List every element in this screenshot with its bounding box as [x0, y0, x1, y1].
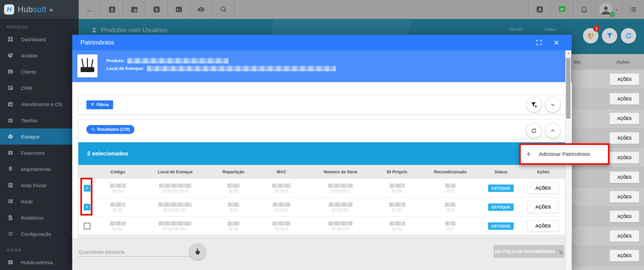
row-actions-button[interactable]: AÇÕES	[610, 230, 639, 242]
use-patrimonios-button[interactable]: (0) UTILIZAR PATRIMÔNIOS ↘	[493, 245, 564, 258]
pie-chart-icon	[7, 52, 14, 58]
sidebar-item-estoque[interactable]: Estoque	[0, 128, 79, 145]
logo-bar: H Hubsoft «	[0, 0, 79, 19]
refresh-button[interactable]	[621, 28, 636, 44]
results-badge[interactable]: Resultados (170)	[86, 125, 134, 134]
collapse-results-button[interactable]	[545, 123, 560, 138]
row-actions-button[interactable]: AÇÕES	[527, 182, 559, 194]
cell-recondicionado-redacted	[420, 202, 481, 212]
cell-codigo-redacted	[96, 183, 140, 193]
checkbox-highlight-annotation	[80, 178, 92, 216]
row-actions-button[interactable]: AÇÕES	[527, 201, 559, 213]
quantity-input[interactable]	[78, 248, 192, 256]
cell-numero-serie-redacted	[307, 202, 374, 212]
calendar-clock-icon	[130, 5, 138, 14]
pdf-export-button[interactable]	[528, 0, 551, 19]
product-label: Produto:	[106, 58, 125, 63]
column-header-acoes: Ações	[616, 59, 629, 65]
row-actions-button[interactable]: AÇÕES	[610, 93, 639, 105]
clear-filters-button[interactable]	[527, 97, 541, 112]
svg-text:$: $	[10, 151, 11, 154]
schedule-button[interactable]	[123, 0, 145, 19]
cell-recondicionado-redacted	[420, 183, 481, 193]
pick-random-button[interactable]	[189, 243, 206, 260]
sidebar-collapse-icon[interactable]: «	[49, 6, 53, 14]
dropdown-caret-icon[interactable]: ▾	[574, 33, 576, 38]
status-badge: ESTOQUE	[488, 203, 514, 211]
user-menu-button[interactable]: ✓ ▾	[595, 0, 622, 19]
row-actions-button[interactable]: AÇÕES	[527, 220, 559, 232]
terminal-button[interactable]	[168, 0, 190, 19]
row-actions-button[interactable]: AÇÕES	[610, 211, 639, 222]
kanban-icon	[7, 85, 14, 91]
status-badge: ESTOQUE	[488, 185, 514, 192]
filter-button[interactable]	[602, 28, 617, 44]
report-file-icon	[7, 215, 14, 221]
list-menu-button[interactable]	[622, 0, 644, 19]
pdf-file-icon	[536, 5, 544, 14]
gear-icon: ⚙	[8, 231, 13, 237]
sidebar-item-hubacademia[interactable]: HubAcademia	[0, 254, 79, 270]
collapse-filters-button[interactable]	[545, 97, 560, 112]
row-actions-button[interactable]: AÇÕES	[610, 73, 639, 85]
search-button[interactable]	[212, 0, 235, 19]
cell-codigo-redacted	[96, 221, 140, 231]
table-row: ✓ ESTOQUE AÇÕES	[78, 179, 565, 198]
plus-icon: +	[526, 149, 531, 159]
chevron-up-icon	[550, 128, 556, 134]
sidebar-item-atendimento[interactable]: Atendimento e OS	[0, 96, 79, 112]
refresh-icon	[531, 127, 537, 134]
cell-local-redacted	[140, 183, 211, 193]
chevron-down-icon: ▾	[616, 8, 617, 11]
sidebar-item-nota-fiscal[interactable]: Nota Fiscal	[0, 177, 79, 193]
search-icon	[91, 127, 95, 131]
notifications-button[interactable]	[573, 0, 595, 19]
add-patrimonios-menu-item[interactable]: + Adicionar Patrimônios	[519, 143, 610, 165]
pointer-hand-icon	[193, 247, 202, 255]
fullscreen-icon[interactable]	[536, 39, 542, 46]
dollar-square-icon: $	[7, 150, 14, 156]
cell-reparticao-redacted	[211, 183, 256, 193]
view-button[interactable]	[190, 0, 212, 19]
sidebar-item-configuracao[interactable]: ⚙ Configuração ›	[0, 226, 79, 242]
whatsapp-button[interactable]	[551, 0, 573, 19]
sidebar-item-mapeamento[interactable]: Mapeamento	[0, 161, 79, 177]
row-checkbox-unchecked[interactable]	[84, 223, 90, 229]
close-icon[interactable]: ×	[554, 38, 559, 47]
col-id-proprio: ID Próprio	[374, 170, 420, 174]
scroll-up-arrow[interactable]: ▲	[566, 51, 571, 55]
add-patrimonios-label: Adicionar Patrimônios	[539, 151, 590, 157]
col-recondicionado: Recondicionado	[420, 170, 481, 174]
billing-button[interactable]: $	[145, 0, 168, 19]
row-actions-button[interactable]: AÇÕES	[610, 113, 639, 124]
search-icon	[219, 5, 227, 14]
sidebar-item-financeiro[interactable]: $ Financeiro	[0, 145, 79, 161]
sidebar-item-relatorios[interactable]: Relatórios	[0, 210, 79, 226]
contacts-button[interactable]	[101, 0, 123, 19]
filters-button[interactable]: Filtros	[86, 100, 113, 109]
diagonal-arrow-icon: ↘	[558, 248, 563, 255]
chevron-down-icon	[550, 102, 556, 108]
scrollbar-thumb[interactable]	[566, 58, 570, 119]
row-actions-button[interactable]: AÇÕES	[610, 152, 639, 164]
funnel-icon	[606, 32, 614, 40]
sidebar-item-rede[interactable]: Rede	[0, 193, 79, 210]
sidebar-item-analise[interactable]: Análise	[0, 47, 79, 64]
patrimonios-modal: Patrimônios × Produto: Local de Estoque:	[72, 35, 572, 270]
sidebar-item-cliente[interactable]: Cliente ›	[0, 64, 79, 80]
product-image	[77, 54, 98, 77]
row-actions-button[interactable]: AÇÕES	[610, 250, 639, 262]
cell-mac-redacted	[256, 183, 307, 193]
row-actions-button[interactable]: AÇÕES	[610, 132, 639, 144]
row-actions-button[interactable]: AÇÕES	[610, 191, 639, 203]
sidebar-item-dashboard[interactable]: Dashboard	[0, 31, 79, 47]
back-button[interactable]: ←	[79, 0, 101, 19]
col-numero-serie: Número de Série	[307, 170, 374, 174]
briefcase-icon	[7, 117, 14, 123]
reload-results-button[interactable]	[527, 123, 541, 138]
cell-local-redacted	[140, 221, 211, 231]
column-header-tecnico: Técnico	[509, 27, 523, 32]
sidebar-item-crm[interactable]: CRM	[0, 80, 79, 96]
row-actions-button[interactable]: AÇÕES	[610, 171, 639, 183]
sidebar-item-tarefas[interactable]: Tarefas	[0, 112, 79, 128]
